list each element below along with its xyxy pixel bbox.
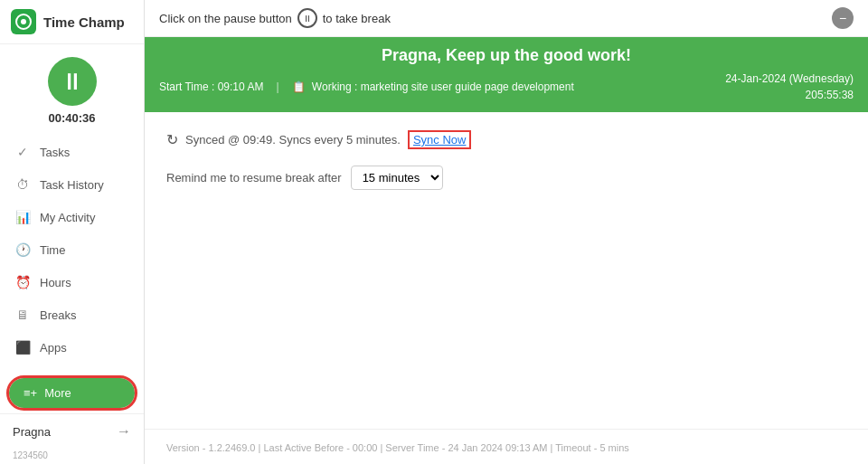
app-title: Time Champ [43,14,125,30]
svg-point-1 [21,19,26,24]
logo-icon [11,9,36,34]
notification-text-after: to take break [323,12,391,25]
timer-display: 00:40:36 [48,111,95,125]
green-header: Pragna, Keep up the good work! Start Tim… [145,37,868,112]
sidebar-item-edit-time[interactable]: ✏ Edit Time [0,364,144,373]
sync-now-link[interactable]: Sync Now [408,130,472,149]
breaks-icon: 🖥 [14,307,31,323]
close-icon: − [839,11,846,25]
notification-bar: Click on the pause button ⏸ to take brea… [145,0,868,37]
header-left: Start Time : 09:10 AM | 📋 Working : mark… [159,80,574,93]
notification-text-before: Click on the pause button [159,12,292,25]
content-area: ↻ Synced @ 09:49. Syncs every 5 minutes.… [145,112,868,429]
sidebar-item-apps[interactable]: ⬛ Apps [0,331,144,364]
sidebar-item-label-tasks: Tasks [40,146,70,159]
sync-text: Synced @ 09:49. Syncs every 5 minutes. [185,133,401,147]
remind-row: Remind me to resume break after 5 minute… [166,166,846,190]
sync-icon: ↻ [166,131,178,148]
sidebar-item-hours[interactable]: ⏰ Hours [0,266,144,298]
header-meta: Start Time : 09:10 AM | 📋 Working : mark… [159,71,854,103]
my-activity-icon: 📊 [14,209,31,225]
main-content: Click on the pause button ⏸ to take brea… [145,0,868,464]
version-text: Version - 1.2.2469.0 | Last Active Befor… [166,442,629,453]
nav-menu: ✓ Tasks ⏱ Task History 📊 My Activity 🕐 T… [0,132,144,373]
footer-username: Pragna [13,425,51,439]
sidebar-item-tasks[interactable]: ✓ Tasks [0,136,144,168]
more-icon: ≡+ [24,386,37,400]
sidebar-item-label-hours: Hours [40,276,71,289]
sidebar-item-label-task-history: Task History [40,178,104,192]
sidebar-item-label-apps: Apps [40,341,67,355]
time-icon: 🕐 [14,241,31,258]
remind-select[interactable]: 5 minutes 10 minutes 15 minutes 30 minut… [351,166,443,190]
apps-icon: ⬛ [14,339,31,355]
greeting-title: Pragna, Keep up the good work! [159,46,854,65]
sidebar-item-breaks[interactable]: 🖥 Breaks [0,298,144,331]
more-label: More [44,386,71,400]
content-footer: Version - 1.2.2469.0 | Last Active Befor… [145,429,868,464]
sidebar-item-label-time: Time [40,243,65,257]
sidebar-item-time[interactable]: 🕐 Time [0,233,144,266]
sidebar: Time Champ ⏸ 00:40:36 ✓ Tasks ⏱ Task His… [0,0,145,464]
working-label: 📋 Working : marketing site user guide pa… [292,80,574,93]
sync-row: ↻ Synced @ 09:49. Syncs every 5 minutes.… [166,130,846,149]
avatar-section: ⏸ 00:40:36 [0,44,144,132]
duration-label: 205:55:38 [725,87,854,103]
sidebar-header: Time Champ [0,0,144,44]
start-time-label: Start Time : 09:10 AM [159,80,263,93]
notification-close-button[interactable]: − [832,7,854,29]
tasks-icon: ✓ [14,144,31,160]
sidebar-footer: Pragna → [0,413,144,449]
edit-time-icon: ✏ [14,372,31,373]
more-button[interactable]: ≡+ More [9,378,135,408]
footer-user-id: 1234560 [0,449,144,464]
pause-icon: ⏸ [297,8,317,28]
header-right: 24-Jan-2024 (Wednesday) 205:55:38 [725,71,854,103]
logout-icon[interactable]: → [117,423,131,440]
sidebar-item-my-activity[interactable]: 📊 My Activity [0,201,144,233]
task-history-icon: ⏱ [14,176,31,193]
sidebar-item-label-breaks: Breaks [40,308,76,322]
sidebar-item-task-history[interactable]: ⏱ Task History [0,168,144,201]
remind-label: Remind me to resume break after [166,171,342,185]
sidebar-item-label-my-activity: My Activity [40,211,95,224]
hours-icon: ⏰ [14,274,31,290]
avatar: ⏸ [48,57,97,106]
date-label: 24-Jan-2024 (Wednesday) [725,71,854,87]
